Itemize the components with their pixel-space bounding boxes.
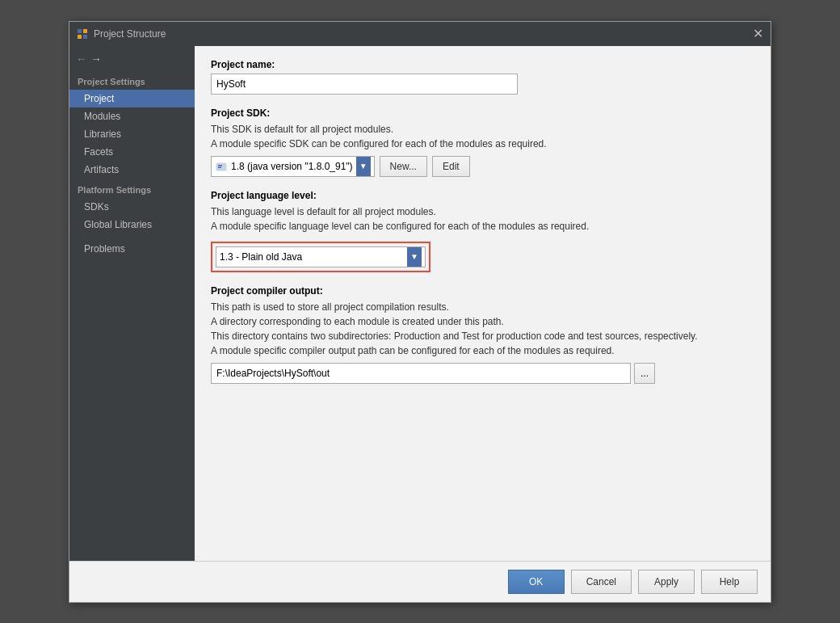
ok-button[interactable]: OK: [508, 570, 565, 594]
sidebar-item-global-libraries[interactable]: Global Libraries: [69, 216, 195, 234]
sdk-new-button[interactable]: New...: [380, 156, 427, 177]
sidebar-item-facets[interactable]: Facets: [69, 143, 195, 161]
sidebar-item-artifacts[interactable]: Artifacts: [69, 161, 195, 179]
title-bar-left: Project Structure: [76, 27, 166, 40]
dialog-footer: OK Cancel Apply Help: [69, 561, 771, 602]
project-name-section: Project name:: [211, 59, 754, 95]
project-settings-header: Project Settings: [69, 70, 195, 90]
sdk-value-text: 1.8 (java version "1.8.0_91"): [231, 161, 353, 172]
cancel-button[interactable]: Cancel: [571, 570, 632, 594]
compiler-output-description: This path is used to store all project c…: [211, 300, 754, 358]
svg-rect-2: [78, 35, 82, 39]
sdk-icon: [215, 160, 228, 173]
project-sdk-section: Project SDK: This SDK is default for all…: [211, 107, 754, 177]
sdk-dropdown-arrow: ▼: [356, 157, 371, 176]
compiler-output-label: Project compiler output:: [211, 285, 754, 297]
nav-back-button[interactable]: ←: [76, 53, 87, 65]
svg-rect-0: [78, 29, 82, 33]
dialog-title: Project Structure: [94, 28, 166, 40]
language-level-label: Project language level:: [211, 190, 754, 201]
main-content: ← → Project Settings Project Modules Lib…: [69, 46, 771, 561]
project-name-input[interactable]: [211, 74, 518, 95]
sidebar-item-modules[interactable]: Modules: [69, 107, 195, 125]
title-bar: Project Structure ✕: [69, 22, 771, 46]
sidebar-item-project[interactable]: Project: [69, 90, 195, 107]
nav-forward-button[interactable]: →: [90, 53, 102, 65]
language-level-section: Project language level: This language le…: [211, 190, 754, 272]
language-dropdown-arrow: ▼: [407, 247, 422, 267]
compiler-output-section: Project compiler output: This path is us…: [211, 285, 754, 384]
language-level-description: This language level is default for all p…: [211, 204, 754, 234]
apply-button[interactable]: Apply: [638, 570, 695, 594]
project-name-label: Project name:: [211, 59, 754, 70]
dialog-icon: [76, 27, 89, 40]
project-sdk-label: Project SDK:: [211, 107, 754, 119]
sdk-description: This SDK is default for all project modu…: [211, 122, 754, 151]
help-button[interactable]: Help: [701, 570, 758, 594]
sidebar-item-problems[interactable]: Problems: [69, 240, 195, 258]
content-area: Project name: Project SDK: This SDK is d…: [195, 46, 771, 561]
sdk-edit-button[interactable]: Edit: [432, 156, 470, 177]
sidebar: ← → Project Settings Project Modules Lib…: [69, 46, 195, 561]
compiler-output-row: ...: [211, 363, 754, 384]
sdk-dropdown[interactable]: 1.8 (java version "1.8.0_91") ▼: [211, 156, 375, 177]
svg-rect-6: [218, 166, 221, 168]
language-level-dropdown-wrapper: 1.3 - Plain old Java ▼: [211, 242, 430, 272]
compiler-output-input[interactable]: [211, 363, 631, 384]
close-button[interactable]: ✕: [751, 27, 764, 40]
language-level-value: 1.3 - Plain old Java: [220, 251, 407, 263]
project-structure-dialog: Project Structure ✕ ← → Project Settings…: [69, 21, 771, 603]
sdk-row: 1.8 (java version "1.8.0_91") ▼ New... E…: [211, 156, 754, 177]
sidebar-item-sdks[interactable]: SDKs: [69, 198, 195, 216]
svg-rect-1: [83, 29, 87, 33]
svg-rect-3: [83, 35, 87, 39]
language-level-dropdown[interactable]: 1.3 - Plain old Java ▼: [216, 246, 426, 267]
browse-button[interactable]: ...: [634, 363, 655, 384]
platform-settings-header: Platform Settings: [69, 179, 195, 198]
sidebar-item-libraries[interactable]: Libraries: [69, 125, 195, 143]
problems-section: Problems: [69, 240, 195, 258]
nav-arrows: ← →: [69, 49, 195, 70]
svg-rect-5: [218, 165, 222, 166]
